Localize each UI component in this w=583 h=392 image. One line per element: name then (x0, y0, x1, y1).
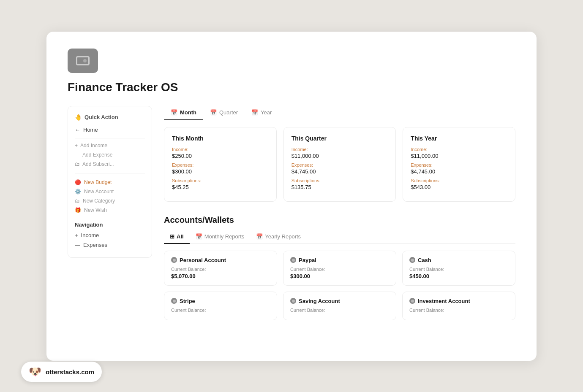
monthly-reports-label: Monthly Reports (204, 233, 245, 240)
add-income-label: Add Income (80, 143, 107, 149)
nav-section-title: Navigation (75, 222, 145, 228)
this-month-title: This Month (172, 135, 269, 142)
new-account-label: New Account (84, 189, 114, 195)
new-account-item[interactable]: ⚙️ New Account (75, 189, 145, 195)
budget-icon: 🔴 (75, 179, 81, 185)
footer-badge: 🐶 otterstacks.com (21, 362, 102, 382)
quarter-income-value: $11,000.00 (292, 153, 388, 159)
saving-balance-label: Current Balance: (290, 308, 389, 313)
paypal-balance-label: Current Balance: (290, 267, 389, 272)
wallet-icon-shape (76, 56, 90, 65)
month-subscription-value: $45.25 (172, 184, 269, 190)
wallet-cash: Cash Current Balance: $450.00 (402, 251, 515, 286)
personal-balance-value: $5,070.00 (171, 273, 270, 279)
year-tab-icon: 📅 (251, 109, 258, 116)
stripe-name: Stripe (180, 298, 195, 304)
year-income-value: $11,000.00 (411, 153, 507, 159)
add-subscription-label: Add Subscri... (82, 161, 114, 167)
wallet-personal-account: Personal Account Current Balance: $5,070… (164, 251, 277, 286)
footer-url: otterstacks.com (46, 368, 94, 376)
expenses-icon: — (75, 242, 80, 248)
cash-name: Cash (418, 257, 431, 263)
cash-balance-label: Current Balance: (409, 267, 508, 272)
new-category-label: New Category (83, 198, 115, 204)
home-label: Home (83, 127, 98, 133)
year-tab-label: Year (261, 109, 272, 116)
quick-action-label: Quick Action (84, 114, 118, 120)
investment-balance-label: Current Balance: (409, 308, 508, 313)
saving-header: Saving Account (290, 298, 389, 304)
app-title: Finance Tracker OS (68, 81, 515, 94)
content-area: 📅 Month 📅 Quarter 📅 Year This Month Inco… (164, 106, 515, 320)
nav-items: + Income — Expenses (75, 232, 145, 248)
month-subscription-label: Subscriptions: (172, 178, 269, 183)
new-wish-item[interactable]: 🎁 New Wish (75, 207, 145, 213)
wallet-grid: Personal Account Current Balance: $5,070… (164, 251, 515, 320)
paypal-icon (290, 257, 296, 263)
quarter-income-label: Income: (292, 147, 388, 152)
year-expense-label: Expenses: (411, 162, 507, 168)
quarter-expense-label: Expenses: (292, 162, 388, 168)
home-nav-item[interactable]: ← Home (75, 127, 145, 138)
stripe-icon (171, 298, 177, 304)
accounts-tab-yearly[interactable]: 📅 Yearly Reports (250, 231, 307, 243)
monthly-reports-icon: 📅 (196, 233, 202, 240)
period-tabs: 📅 Month 📅 Quarter 📅 Year (164, 106, 515, 120)
paypal-name: Paypal (299, 257, 316, 263)
wallet-saving-account: Saving Account Current Balance: (283, 292, 396, 320)
new-category-item[interactable]: 🗂 New Category (75, 198, 145, 204)
this-quarter-card: This Quarter Income: $11,000.00 Expenses… (283, 127, 396, 202)
tab-year[interactable]: 📅 Year (245, 106, 278, 120)
month-expense-label: Expenses: (172, 162, 269, 168)
year-income-label: Income: (411, 147, 507, 152)
this-year-title: This Year (411, 135, 507, 142)
investment-icon (409, 298, 415, 304)
cash-icon (409, 257, 415, 263)
personal-account-name: Personal Account (180, 257, 226, 263)
app-window: Finance Tracker OS 🤚 Quick Action ← Home… (46, 32, 537, 361)
accounts-tabs: ⊞ All 📅 Monthly Reports 📅 Yearly Reports (164, 231, 515, 244)
add-expense-action[interactable]: — Add Expense (75, 152, 145, 158)
new-wish-label: New Wish (84, 207, 107, 213)
nav-expenses[interactable]: — Expenses (75, 242, 145, 248)
hand-icon: 🤚 (75, 114, 82, 121)
sidebar-actions: + Add Income — Add Expense 🗂 Add Subscri… (75, 143, 145, 173)
year-expense-value: $4,745.00 (411, 168, 507, 175)
month-income-label: Income: (172, 147, 269, 152)
new-budget-item[interactable]: 🔴 New Budget (75, 179, 145, 185)
arrow-left-icon: ← (75, 127, 80, 133)
income-icon: + (75, 232, 78, 238)
add-subscription-action[interactable]: 🗂 Add Subscri... (75, 161, 145, 167)
wallet-stripe: Stripe Current Balance: (164, 292, 277, 320)
month-income-value: $250.00 (172, 153, 269, 159)
investment-name: Investment Account (418, 298, 470, 304)
accounts-tab-all[interactable]: ⊞ All (164, 231, 190, 243)
folder-icon: 🗂 (75, 161, 80, 167)
sidebar: 🤚 Quick Action ← Home + Add Income — Add… (68, 106, 152, 258)
quarter-subscription-value: $135.75 (292, 184, 388, 190)
month-tab-label: Month (180, 109, 196, 116)
this-quarter-title: This Quarter (292, 135, 388, 142)
sidebar-new-items: 🔴 New Budget ⚙️ New Account 🗂 New Catego… (75, 179, 145, 213)
wallet-investment-account: Investment Account Current Balance: (402, 292, 515, 320)
main-layout: 🤚 Quick Action ← Home + Add Income — Add… (68, 106, 515, 320)
saving-name: Saving Account (299, 298, 340, 304)
personal-account-icon (171, 257, 177, 263)
app-logo-icon (68, 49, 98, 73)
period-cards: This Month Income: $250.00 Expenses: $30… (164, 127, 515, 202)
all-tab-label: All (177, 233, 184, 240)
tab-month[interactable]: 📅 Month (164, 106, 203, 120)
paypal-header: Paypal (290, 257, 389, 263)
plus-icon: + (75, 143, 78, 149)
nav-income[interactable]: + Income (75, 232, 145, 238)
yearly-reports-label: Yearly Reports (265, 233, 301, 240)
logo-area (68, 49, 515, 73)
quarter-tab-icon: 📅 (210, 109, 217, 116)
yearly-reports-icon: 📅 (256, 233, 263, 240)
add-income-action[interactable]: + Add Income (75, 143, 145, 149)
tab-quarter[interactable]: 📅 Quarter (203, 106, 245, 120)
saving-icon (290, 298, 296, 304)
cash-balance-value: $450.00 (409, 273, 508, 279)
accounts-tab-monthly[interactable]: 📅 Monthly Reports (190, 231, 251, 243)
personal-account-header: Personal Account (171, 257, 270, 263)
